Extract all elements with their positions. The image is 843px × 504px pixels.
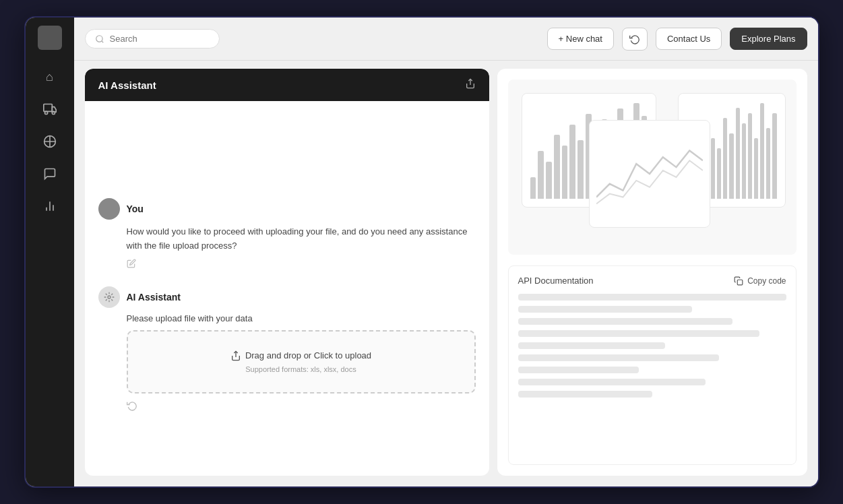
chat-spacer [98, 115, 476, 182]
sidebar-item-delivery[interactable] [36, 96, 63, 123]
search-input[interactable] [110, 34, 204, 44]
sidebar-logo [38, 26, 62, 50]
search-icon [95, 34, 104, 44]
ai-label: AI Assistant [98, 286, 476, 308]
svg-rect-14 [737, 280, 743, 285]
sidebar: ⌂ [26, 18, 74, 486]
upload-prompt-text: Please upload file with your data [127, 313, 476, 323]
ai-name-label: AI Assistant [127, 292, 181, 303]
contact-us-button[interactable]: Contact Us [656, 28, 722, 50]
ai-avatar [98, 286, 120, 308]
line-chart-card [589, 120, 710, 228]
right-panel: API Documentation Copy code [497, 69, 807, 476]
header: + New chat Contact Us Explore Plans [74, 18, 818, 61]
user-avatar [98, 198, 120, 220]
skeleton-3 [518, 318, 732, 325]
copy-code-button[interactable]: Copy code [734, 276, 786, 286]
line-chart [596, 127, 703, 220]
upload-label-text: Drag and drop or Click to upload [245, 350, 371, 360]
chat-panel: AI Assistant You H [85, 69, 489, 476]
api-doc-header: API Documentation Copy code [518, 276, 786, 286]
skeleton-9 [518, 391, 652, 398]
chat-body: You How would you like to proceed with u… [85, 101, 489, 476]
skeleton-4 [518, 330, 759, 337]
new-chat-button[interactable]: + New chat [547, 28, 614, 50]
search-bar[interactable] [85, 29, 220, 49]
main-area: + New chat Contact Us Explore Plans AI A… [74, 18, 818, 486]
refresh-icon[interactable] [127, 400, 476, 414]
ai-message-body: Please upload file with your data Drag a… [98, 313, 476, 414]
svg-rect-0 [43, 104, 52, 112]
share-icon[interactable] [465, 78, 476, 92]
charts-preview [508, 80, 797, 255]
sidebar-item-analytics[interactable] [36, 128, 63, 155]
user-message-text: How would you like to proceed with uploa… [98, 225, 476, 253]
sidebar-item-home[interactable]: ⌂ [36, 63, 63, 90]
chat-header: AI Assistant [85, 69, 489, 101]
skeleton-2 [518, 306, 693, 313]
history-icon [629, 34, 640, 44]
svg-point-1 [44, 111, 47, 114]
ai-message: AI Assistant Please upload file with you… [98, 286, 476, 414]
api-doc-title: API Documentation [518, 276, 594, 286]
edit-icon[interactable] [98, 259, 476, 270]
content-area: AI Assistant You H [74, 61, 818, 486]
app-frame: ⌂ [24, 16, 819, 488]
copy-code-label: Copy code [747, 276, 786, 286]
user-message: You How would you like to proceed with u… [98, 198, 476, 270]
user-name-label: You [127, 203, 144, 214]
skeleton-5 [518, 342, 666, 349]
history-button[interactable] [622, 28, 648, 51]
svg-line-10 [101, 40, 103, 42]
upload-icon [230, 350, 241, 361]
api-doc-section: API Documentation Copy code [508, 265, 797, 465]
sidebar-item-chat[interactable] [36, 160, 63, 187]
copy-icon [734, 276, 743, 286]
upload-sub-text: Supported formats: xls, xlsx, docs [245, 365, 356, 373]
chat-title: AI Assistant [98, 80, 156, 91]
upload-zone-label: Drag and drop or Click to upload [230, 350, 371, 361]
svg-point-12 [108, 296, 111, 298]
skeleton-1 [518, 294, 786, 301]
upload-zone[interactable]: Drag and drop or Click to upload Support… [127, 330, 476, 393]
svg-point-9 [96, 35, 102, 41]
skeleton-6 [518, 354, 720, 361]
skeleton-8 [518, 379, 706, 385]
user-label: You [98, 198, 476, 220]
sidebar-item-reports[interactable] [36, 193, 63, 220]
explore-plans-button[interactable]: Explore Plans [730, 28, 807, 50]
svg-point-2 [52, 111, 55, 114]
skeleton-7 [518, 367, 639, 373]
